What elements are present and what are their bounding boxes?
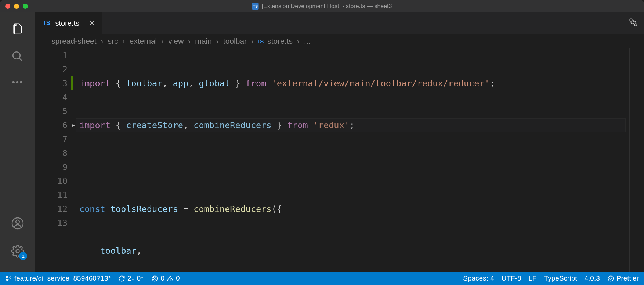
crumb[interactable]: toolbar [222, 37, 248, 46]
maximize-window-button[interactable] [23, 4, 28, 9]
close-window-button[interactable] [5, 4, 10, 9]
editor-area: TS store.ts ✕ spread-sheet› src› externa… [35, 12, 644, 272]
search-icon[interactable] [10, 49, 25, 64]
svg-point-14 [170, 279, 170, 280]
eol-item[interactable]: LF [529, 274, 537, 282]
git-branch-name: feature/di_service_859460713* [14, 274, 111, 282]
crumb-more[interactable]: ... [303, 37, 312, 46]
encoding-item[interactable]: UTF-8 [502, 274, 521, 282]
window-controls [0, 4, 28, 9]
error-count: 0 [160, 274, 164, 282]
crumb[interactable]: spread-sheet [50, 37, 98, 46]
breadcrumbs[interactable]: spread-sheet› src› external› view› main›… [35, 34, 644, 48]
svg-point-9 [10, 277, 11, 278]
close-tab-icon[interactable]: ✕ [89, 19, 95, 28]
minimize-window-button[interactable] [14, 4, 19, 9]
problems-item[interactable]: 0 0 [151, 274, 180, 282]
crumb[interactable]: external [128, 37, 159, 46]
crumb-file[interactable]: store.ts [266, 37, 294, 46]
ts-badge-icon: TS [43, 20, 50, 26]
svg-point-7 [6, 276, 8, 277]
ts-badge-icon: TS [257, 38, 264, 44]
minimap[interactable] [629, 48, 644, 272]
settings-badge: 1 [19, 252, 27, 260]
explorer-icon[interactable] [10, 21, 25, 36]
crumb[interactable]: view [167, 37, 185, 46]
tab-store-ts[interactable]: TS store.ts ✕ [35, 12, 102, 34]
statusbar: feature/di_service_859460713* 2↓ 0↑ 0 0 … [0, 272, 644, 285]
overflow-icon[interactable]: ••• [12, 77, 23, 87]
svg-point-5 [630, 19, 632, 21]
git-branch-item[interactable]: feature/di_service_859460713* [5, 274, 111, 282]
accounts-icon[interactable] [10, 216, 25, 231]
svg-line-1 [19, 58, 22, 61]
tabs-row: TS store.ts ✕ [35, 12, 644, 34]
activity-bar: ••• 1 [0, 12, 35, 272]
sync-status: 2↓ 0↑ [127, 274, 144, 282]
settings-icon[interactable]: 1 [10, 244, 25, 259]
svg-point-8 [6, 279, 8, 281]
svg-point-6 [634, 24, 637, 26]
compare-changes-icon[interactable] [629, 18, 638, 29]
tab-filename: store.ts [55, 19, 79, 28]
svg-point-4 [16, 250, 19, 253]
svg-point-3 [16, 220, 19, 224]
warning-count: 0 [176, 274, 180, 282]
code-content[interactable]: import { toolbar, app, global } from 'ex… [79, 48, 629, 272]
language-item[interactable]: TypeScript [544, 274, 577, 282]
code-editor[interactable]: 1 2 3 4 5 6 7 8 9 10 11 12 13 import { t… [35, 48, 644, 272]
crumb[interactable]: main [193, 37, 213, 46]
ts-version-item[interactable]: 4.0.3 [584, 274, 600, 282]
window-title-text: [Extension Development Host] - store.ts … [262, 3, 392, 10]
sync-item[interactable]: 2↓ 0↑ [118, 274, 144, 282]
indent-item[interactable]: Spaces: 4 [463, 274, 494, 282]
prettier-item[interactable]: Prettier [607, 274, 639, 282]
svg-point-0 [13, 52, 20, 59]
svg-point-15 [608, 276, 613, 281]
window-title: TS [Extension Development Host] - store.… [252, 3, 392, 10]
ts-file-icon: TS [252, 3, 259, 10]
titlebar: TS [Extension Development Host] - store.… [0, 0, 644, 12]
crumb[interactable]: src [106, 37, 120, 46]
